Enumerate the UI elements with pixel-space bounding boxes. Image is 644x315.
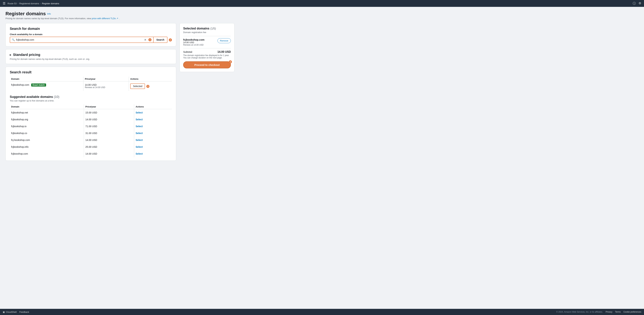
select-button-1[interactable]: Select xyxy=(136,118,142,121)
breadcrumb-sep-1: › xyxy=(18,2,18,5)
sug-domain-1: fcjbookshop.org xyxy=(10,116,84,123)
select-button-2[interactable]: Select xyxy=(136,125,142,128)
suggested-count: (10) xyxy=(54,95,59,98)
search-input-wrap: 🔍 ✕ 1 xyxy=(10,37,154,43)
col-domain: Domain xyxy=(10,76,84,82)
selected-count: (1/5) xyxy=(210,27,216,30)
right-panel: Selected domains (1/5) Domain registrati… xyxy=(180,23,234,72)
suggested-row: fcjbookshop.co 31.00 USD Select xyxy=(10,130,172,136)
left-panel: Search for domain Check availability for… xyxy=(6,23,176,161)
sug-domain-4: fcj-bookshop.com xyxy=(10,136,84,144)
search-input[interactable] xyxy=(16,38,143,41)
subtotal-amount: 14.00 USD xyxy=(218,50,231,54)
exact-match-price-cell: 14.00 USD Renews at 14.00 USD xyxy=(84,82,129,91)
breadcrumb-current: Register domains xyxy=(42,2,59,5)
step-4-badge: 4 xyxy=(229,60,232,64)
search-button[interactable]: Search xyxy=(154,37,168,43)
standard-pricing-card[interactable]: ▶ Standard pricing Pricing for domain na… xyxy=(6,49,176,64)
suggested-title: Suggested available domains (10) xyxy=(10,95,172,99)
sug-price-4: 14.00 USD xyxy=(84,136,134,144)
exact-price: 14.00 USD xyxy=(85,84,127,86)
search-result-title: Search result xyxy=(10,70,172,74)
search-card-title: Search for domain xyxy=(10,27,172,31)
nav-right-icons: ⓘ ⚙ xyxy=(633,1,641,6)
exact-match-row: fcjbookshop.com Exact match 14.00 USD Re… xyxy=(10,82,172,91)
selected-button[interactable]: Selected xyxy=(130,84,145,89)
selected-domain-item: fcjbookshop.com 14.00 USD Renews at 14.0… xyxy=(183,36,231,46)
sug-action-3: Select xyxy=(134,130,172,136)
info-icon[interactable]: ⓘ xyxy=(633,1,636,6)
sug-price-5: 25.00 USD xyxy=(84,144,134,150)
sug-price-0: 15.00 USD xyxy=(84,109,134,116)
sug-action-1: Select xyxy=(134,116,172,123)
suggested-row: fcjbooxhop.com 14.00 USD Select xyxy=(10,150,172,157)
sug-price-3: 31.00 USD xyxy=(84,130,134,136)
select-button-6[interactable]: Select xyxy=(136,152,142,155)
info-button[interactable]: Info xyxy=(47,12,51,15)
checkout-button-wrap: Proceed to checkout 4 xyxy=(183,61,231,68)
selected-domain-name: fcjbookshop.com xyxy=(183,38,204,41)
breadcrumb: Route 53 › Registered domains › Register… xyxy=(8,2,59,5)
suggested-table: Domain Price/year Actions fcjbookshop.ne… xyxy=(10,104,172,157)
sug-domain-6: fcjbooxhop.com xyxy=(10,150,84,157)
sug-action-5: Select xyxy=(134,144,172,150)
accordion-subtitle: Pricing for domain names varies by top-l… xyxy=(10,58,172,60)
step-3-badge: 3 xyxy=(146,85,150,88)
sug-domain-5: fcjbookshop.info xyxy=(10,144,84,150)
settings-icon[interactable]: ⚙ xyxy=(638,1,641,6)
subtotal-label: Subtotal: xyxy=(183,50,192,53)
exact-match-badge: Exact match xyxy=(31,84,46,86)
proceed-to-checkout-button[interactable]: Proceed to checkout xyxy=(183,61,231,68)
accordion-header: ▶ Standard pricing xyxy=(10,53,172,57)
selected-domain-renews: Renews at 14.00 USD xyxy=(183,44,204,46)
search-icon: 🔍 xyxy=(12,38,15,41)
sug-domain-3: fcjbookshop.co xyxy=(10,130,84,136)
search-result-card: Search result Domain Price/year Actions … xyxy=(6,67,176,161)
hamburger-icon[interactable]: ☰ xyxy=(3,2,6,5)
exact-match-domain: fcjbookshop.com xyxy=(11,84,29,86)
sug-action-2: Select xyxy=(134,123,172,130)
search-row: 🔍 ✕ 1 Search 2 xyxy=(10,37,172,43)
suggested-row: fcjbookshop.net 15.00 USD Select xyxy=(10,109,172,116)
sug-action-6: Select xyxy=(134,150,172,157)
accordion-title: Standard pricing xyxy=(13,53,40,57)
exact-match-domain-cell: fcjbookshop.com Exact match xyxy=(10,82,84,91)
suggested-row: fcjbookshop.org 14.00 USD Select xyxy=(10,116,172,123)
select-button-3[interactable]: Select xyxy=(136,132,142,134)
suggested-row: fcjbookshop.info 25.00 USD Select xyxy=(10,144,172,150)
tld-price-link[interactable]: price with different TLDs ↗ xyxy=(92,17,118,20)
selected-domains-panel: Selected domains (1/5) Domain registrati… xyxy=(180,23,234,72)
accordion-arrow-icon: ▶ xyxy=(10,54,11,56)
col-actions: Actions xyxy=(129,76,172,82)
search-domain-card: Search for domain Check availability for… xyxy=(6,23,176,46)
reg-fee-label: Domain registration fee xyxy=(183,31,231,34)
sug-price-6: 14.00 USD xyxy=(84,150,134,157)
sug-domain-0: fcjbookshop.net xyxy=(10,109,84,116)
breadcrumb-sep-2: › xyxy=(40,2,41,5)
sug-domain-2: fcjbookshop.io xyxy=(10,123,84,130)
suggested-row: fcjbookshop.io 71.00 USD Select xyxy=(10,123,172,130)
suggested-row: fcj-bookshop.com 14.00 USD Select xyxy=(10,136,172,144)
sug-price-1: 14.00 USD xyxy=(84,116,134,123)
exact-renew: Renews at 14.00 USD xyxy=(85,86,127,88)
subtotal-row: Subtotal: 14.00 USD xyxy=(183,48,231,54)
select-button-0[interactable]: Select xyxy=(136,111,142,114)
select-button-4[interactable]: Select xyxy=(136,139,142,142)
sug-action-0: Select xyxy=(134,109,172,116)
sug-col-actions: Actions xyxy=(134,104,172,109)
breadcrumb-route53[interactable]: Route 53 xyxy=(8,2,16,5)
checkout-note: The domain registration fee displayed is… xyxy=(183,54,231,59)
select-button-5[interactable]: Select xyxy=(136,146,142,148)
page-subtitle: Pricing for domain names varies by top-l… xyxy=(6,17,234,20)
suggested-subtitle: You can register up to five domains at a… xyxy=(10,100,172,102)
sug-col-price: Price/year xyxy=(84,104,134,109)
breadcrumb-registered-domains[interactable]: Registered domains xyxy=(19,2,39,5)
sug-action-4: Select xyxy=(134,136,172,144)
page-title: Register domains Info xyxy=(6,11,234,16)
selected-domain-price: 14.00 USD xyxy=(183,41,204,44)
step-2-badge: 2 xyxy=(169,38,172,42)
search-field-label: Check availability for a domain xyxy=(10,33,172,36)
clear-input-button[interactable]: ✕ xyxy=(144,38,146,42)
remove-domain-button[interactable]: Remove xyxy=(218,38,231,43)
top-navigation: ☰ Route 53 › Registered domains › Regist… xyxy=(0,0,644,7)
